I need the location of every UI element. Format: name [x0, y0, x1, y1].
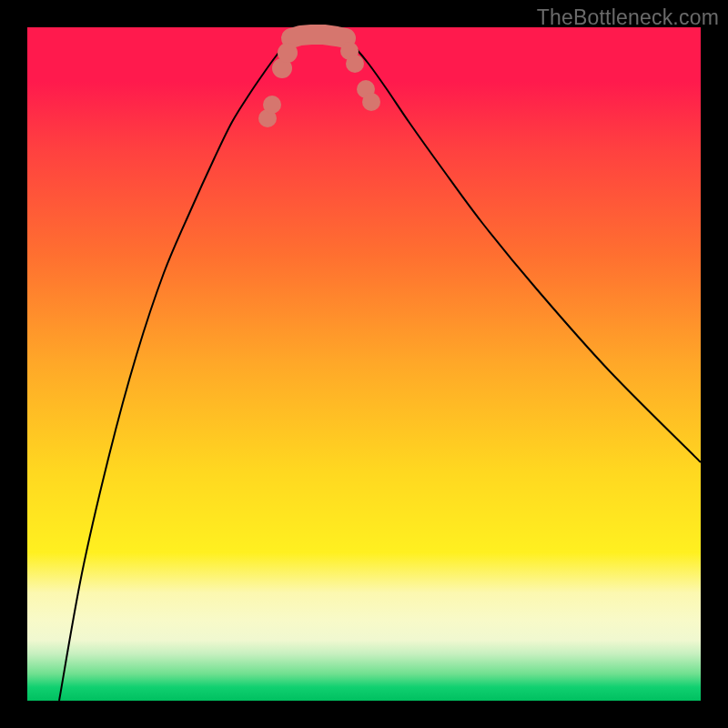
right-upper-dot-2: [362, 93, 380, 111]
left-lower-dot-2: [278, 43, 298, 63]
valley-floor: [291, 35, 346, 38]
plot-area: [27, 27, 701, 701]
left-upper-dot-2: [263, 96, 281, 114]
chart-frame: TheBottleneck.com: [0, 0, 728, 728]
right-lower-dot-2: [346, 55, 364, 73]
curve-layer: [27, 27, 701, 701]
watermark-text: TheBottleneck.com: [537, 5, 719, 30]
left-curve: [59, 38, 291, 701]
right-curve: [346, 38, 701, 462]
